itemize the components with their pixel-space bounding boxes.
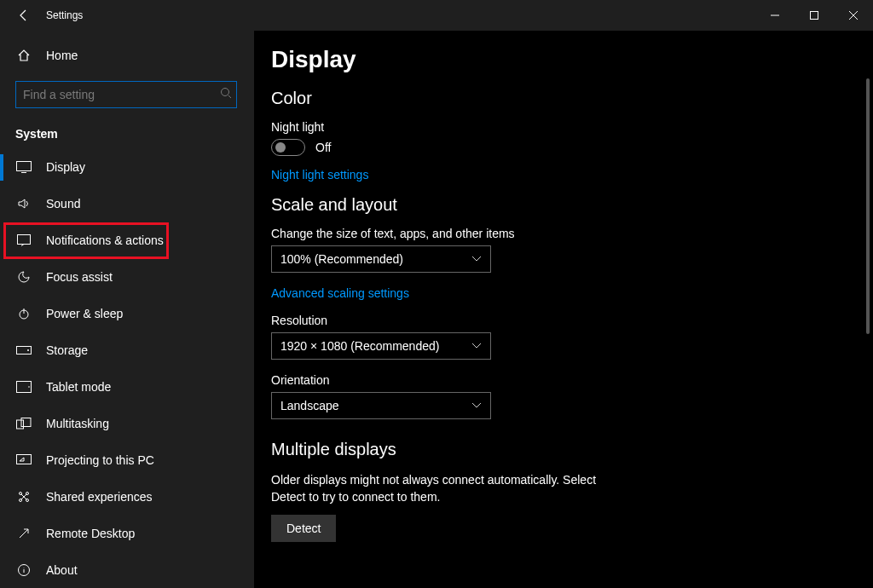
focus-assist-icon	[15, 270, 32, 284]
resolution-label: Resolution	[271, 314, 873, 327]
main-content: Display Color Night light Off Night ligh…	[254, 31, 873, 588]
sidebar-item-label: About	[46, 563, 78, 577]
notifications-icon	[15, 234, 32, 246]
sidebar-item-label: Remote Desktop	[46, 527, 135, 540]
sidebar-item-remote-desktop[interactable]: Remote Desktop	[0, 515, 254, 551]
sidebar-item-notifications[interactable]: Notifications & actions	[3, 222, 169, 259]
svg-point-1	[222, 88, 229, 95]
sidebar-home-label: Home	[46, 49, 78, 62]
svg-rect-10	[21, 418, 31, 426]
search-icon	[220, 87, 232, 99]
sidebar: Home System Display Sound Notifications …	[0, 31, 254, 588]
sidebar-home[interactable]: Home	[0, 37, 254, 74]
color-heading: Color	[271, 89, 873, 108]
resolution-select-value: 1920 × 1080 (Recommended)	[280, 339, 439, 353]
sidebar-item-storage[interactable]: Storage	[0, 332, 254, 369]
home-icon	[15, 49, 32, 62]
night-light-state: Off	[315, 141, 331, 154]
sidebar-section-label: System	[0, 120, 254, 149]
svg-point-8	[28, 386, 30, 388]
svg-rect-9	[17, 420, 24, 429]
sidebar-item-sound[interactable]: Sound	[0, 186, 254, 222]
chevron-down-icon	[471, 402, 482, 409]
scale-select[interactable]: 100% (Recommended)	[271, 245, 491, 273]
maximize-button[interactable]	[795, 0, 834, 31]
svg-rect-0	[811, 12, 818, 20]
sidebar-item-power-sleep[interactable]: Power & sleep	[0, 296, 254, 332]
sidebar-item-shared-experiences[interactable]: Shared experiences	[0, 478, 254, 515]
sidebar-item-label: Focus assist	[46, 270, 113, 284]
tablet-icon	[15, 381, 32, 393]
power-icon	[15, 307, 32, 320]
sidebar-item-label: Multitasking	[46, 417, 109, 430]
multitasking-icon	[15, 418, 32, 429]
svg-rect-2	[17, 162, 32, 171]
orientation-label: Orientation	[271, 373, 873, 387]
sidebar-item-label: Storage	[46, 343, 88, 357]
about-icon	[15, 563, 32, 577]
sidebar-item-label: Power & sleep	[46, 307, 123, 320]
shared-icon	[15, 490, 32, 504]
scale-label: Change the size of text, apps, and other…	[271, 227, 873, 240]
svg-point-6	[27, 349, 29, 351]
minimize-button[interactable]	[755, 0, 795, 31]
multiple-displays-desc: Older displays might not always connect …	[271, 471, 612, 506]
sidebar-item-label: Tablet mode	[46, 380, 111, 394]
svg-rect-3	[18, 235, 31, 245]
sidebar-item-tablet-mode[interactable]: Tablet mode	[0, 368, 254, 405]
search-input[interactable]	[15, 81, 237, 108]
sidebar-item-focus-assist[interactable]: Focus assist	[0, 259, 254, 296]
scrollbar[interactable]	[866, 78, 870, 334]
page-title: Display	[271, 46, 873, 73]
chevron-down-icon	[471, 256, 482, 262]
chevron-down-icon	[471, 343, 482, 349]
sound-icon	[15, 197, 32, 210]
back-button[interactable]	[14, 5, 34, 26]
sidebar-item-label: Notifications & actions	[46, 233, 164, 247]
sidebar-item-label: Display	[46, 160, 85, 174]
detect-button-label: Detect	[286, 522, 321, 535]
advanced-scaling-link[interactable]: Advanced scaling settings	[271, 286, 409, 300]
sidebar-item-label: Projecting to this PC	[46, 453, 154, 467]
night-light-toggle[interactable]	[271, 139, 305, 156]
sidebar-item-projecting[interactable]: Projecting to this PC	[0, 441, 254, 478]
multiple-displays-heading: Multiple displays	[271, 440, 873, 459]
detect-button[interactable]: Detect	[271, 515, 336, 542]
night-light-label: Night light	[271, 120, 873, 134]
sidebar-item-multitasking[interactable]: Multitasking	[0, 405, 254, 441]
scale-heading: Scale and layout	[271, 195, 873, 215]
close-button[interactable]	[834, 0, 873, 31]
night-light-settings-link[interactable]: Night light settings	[271, 168, 368, 182]
orientation-select-value: Landscape	[280, 399, 339, 412]
window-title: Settings	[46, 9, 83, 21]
display-icon	[15, 161, 32, 173]
sidebar-item-label: Shared experiences	[46, 490, 153, 504]
remote-desktop-icon	[15, 527, 32, 540]
sidebar-item-label: Sound	[46, 197, 80, 210]
window-controls	[755, 0, 873, 31]
projecting-icon	[15, 454, 32, 466]
sidebar-item-display[interactable]: Display	[0, 149, 254, 186]
storage-icon	[15, 346, 32, 355]
titlebar: Settings	[0, 0, 873, 31]
resolution-select[interactable]: 1920 × 1080 (Recommended)	[271, 332, 491, 360]
scale-select-value: 100% (Recommended)	[280, 252, 403, 266]
orientation-select[interactable]: Landscape	[271, 392, 491, 419]
sidebar-item-about[interactable]: About	[0, 551, 254, 588]
